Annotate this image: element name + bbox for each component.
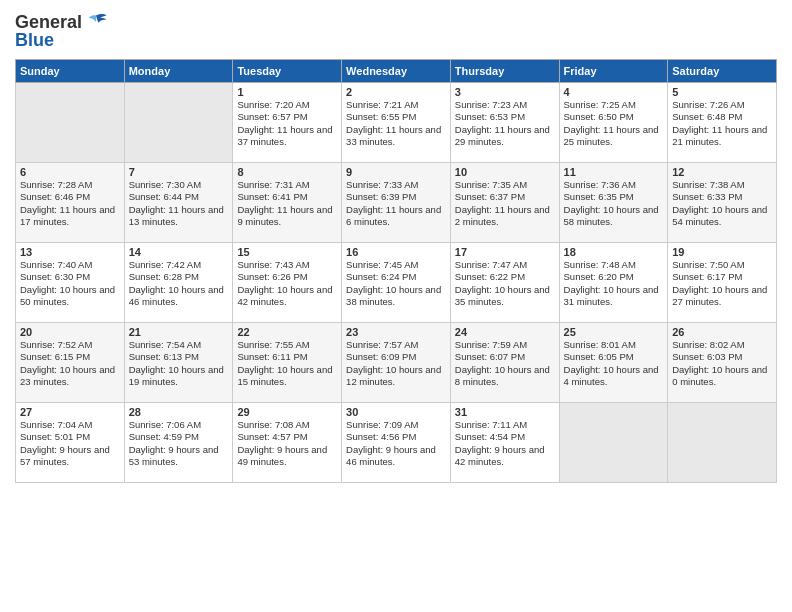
day-info: Sunset: 4:56 PM	[346, 431, 446, 443]
day-info: Sunrise: 7:48 AM	[564, 259, 664, 271]
logo: General Blue	[15, 10, 108, 51]
day-info: Daylight: 10 hours and 27 minutes.	[672, 284, 772, 309]
day-info: Sunset: 6:53 PM	[455, 111, 555, 123]
calendar-cell: 9Sunrise: 7:33 AMSunset: 6:39 PMDaylight…	[342, 163, 451, 243]
day-info: Daylight: 10 hours and 23 minutes.	[20, 364, 120, 389]
week-row-4: 20Sunrise: 7:52 AMSunset: 6:15 PMDayligh…	[16, 323, 777, 403]
day-info: Daylight: 11 hours and 21 minutes.	[672, 124, 772, 149]
day-number: 9	[346, 166, 446, 178]
day-info: Sunset: 6:57 PM	[237, 111, 337, 123]
day-info: Sunset: 6:26 PM	[237, 271, 337, 283]
day-info: Daylight: 10 hours and 38 minutes.	[346, 284, 446, 309]
day-info: Sunrise: 7:43 AM	[237, 259, 337, 271]
day-info: Sunrise: 7:35 AM	[455, 179, 555, 191]
calendar-cell: 20Sunrise: 7:52 AMSunset: 6:15 PMDayligh…	[16, 323, 125, 403]
logo-bird-icon	[84, 10, 108, 34]
day-info: Sunset: 6:24 PM	[346, 271, 446, 283]
calendar-cell: 30Sunrise: 7:09 AMSunset: 4:56 PMDayligh…	[342, 403, 451, 483]
day-number: 2	[346, 86, 446, 98]
header-cell-saturday: Saturday	[668, 60, 777, 83]
day-info: Sunrise: 7:25 AM	[564, 99, 664, 111]
day-info: Sunset: 6:07 PM	[455, 351, 555, 363]
day-number: 7	[129, 166, 229, 178]
calendar-cell	[16, 83, 125, 163]
day-number: 6	[20, 166, 120, 178]
day-info: Daylight: 10 hours and 35 minutes.	[455, 284, 555, 309]
day-number: 31	[455, 406, 555, 418]
day-info: Daylight: 10 hours and 42 minutes.	[237, 284, 337, 309]
day-info: Sunset: 6:48 PM	[672, 111, 772, 123]
day-info: Sunrise: 7:54 AM	[129, 339, 229, 351]
day-info: Sunset: 6:39 PM	[346, 191, 446, 203]
day-number: 23	[346, 326, 446, 338]
calendar-cell: 6Sunrise: 7:28 AMSunset: 6:46 PMDaylight…	[16, 163, 125, 243]
day-info: Sunrise: 7:36 AM	[564, 179, 664, 191]
calendar-cell: 19Sunrise: 7:50 AMSunset: 6:17 PMDayligh…	[668, 243, 777, 323]
day-number: 17	[455, 246, 555, 258]
calendar-cell: 17Sunrise: 7:47 AMSunset: 6:22 PMDayligh…	[450, 243, 559, 323]
calendar-cell: 8Sunrise: 7:31 AMSunset: 6:41 PMDaylight…	[233, 163, 342, 243]
day-info: Sunrise: 8:01 AM	[564, 339, 664, 351]
day-info: Sunset: 6:05 PM	[564, 351, 664, 363]
day-info: Daylight: 11 hours and 9 minutes.	[237, 204, 337, 229]
day-info: Sunrise: 7:33 AM	[346, 179, 446, 191]
day-info: Sunset: 6:50 PM	[564, 111, 664, 123]
day-info: Daylight: 9 hours and 57 minutes.	[20, 444, 120, 469]
day-number: 29	[237, 406, 337, 418]
calendar-cell: 27Sunrise: 7:04 AMSunset: 5:01 PMDayligh…	[16, 403, 125, 483]
day-number: 16	[346, 246, 446, 258]
calendar-cell: 24Sunrise: 7:59 AMSunset: 6:07 PMDayligh…	[450, 323, 559, 403]
calendar-cell	[668, 403, 777, 483]
day-info: Daylight: 11 hours and 6 minutes.	[346, 204, 446, 229]
day-number: 11	[564, 166, 664, 178]
calendar-cell: 12Sunrise: 7:38 AMSunset: 6:33 PMDayligh…	[668, 163, 777, 243]
day-info: Sunrise: 7:31 AM	[237, 179, 337, 191]
day-info: Sunset: 6:11 PM	[237, 351, 337, 363]
day-info: Sunset: 6:37 PM	[455, 191, 555, 203]
day-info: Sunset: 6:15 PM	[20, 351, 120, 363]
day-info: Sunset: 6:35 PM	[564, 191, 664, 203]
day-info: Sunset: 6:33 PM	[672, 191, 772, 203]
header-cell-thursday: Thursday	[450, 60, 559, 83]
day-info: Sunrise: 7:38 AM	[672, 179, 772, 191]
day-info: Daylight: 9 hours and 46 minutes.	[346, 444, 446, 469]
day-number: 24	[455, 326, 555, 338]
day-info: Sunset: 4:57 PM	[237, 431, 337, 443]
day-number: 4	[564, 86, 664, 98]
calendar-cell: 16Sunrise: 7:45 AMSunset: 6:24 PMDayligh…	[342, 243, 451, 323]
day-info: Daylight: 10 hours and 12 minutes.	[346, 364, 446, 389]
week-row-2: 6Sunrise: 7:28 AMSunset: 6:46 PMDaylight…	[16, 163, 777, 243]
header-cell-tuesday: Tuesday	[233, 60, 342, 83]
calendar-table: SundayMondayTuesdayWednesdayThursdayFrid…	[15, 59, 777, 483]
day-info: Sunrise: 7:20 AM	[237, 99, 337, 111]
day-info: Sunrise: 7:50 AM	[672, 259, 772, 271]
week-row-3: 13Sunrise: 7:40 AMSunset: 6:30 PMDayligh…	[16, 243, 777, 323]
calendar-cell	[124, 83, 233, 163]
day-info: Daylight: 9 hours and 49 minutes.	[237, 444, 337, 469]
header-cell-friday: Friday	[559, 60, 668, 83]
calendar-cell: 4Sunrise: 7:25 AMSunset: 6:50 PMDaylight…	[559, 83, 668, 163]
calendar-cell: 31Sunrise: 7:11 AMSunset: 4:54 PMDayligh…	[450, 403, 559, 483]
day-info: Sunset: 4:59 PM	[129, 431, 229, 443]
header-cell-wednesday: Wednesday	[342, 60, 451, 83]
calendar-cell: 26Sunrise: 8:02 AMSunset: 6:03 PMDayligh…	[668, 323, 777, 403]
day-info: Daylight: 11 hours and 25 minutes.	[564, 124, 664, 149]
day-info: Sunrise: 7:40 AM	[20, 259, 120, 271]
day-info: Daylight: 10 hours and 19 minutes.	[129, 364, 229, 389]
calendar-cell: 14Sunrise: 7:42 AMSunset: 6:28 PMDayligh…	[124, 243, 233, 323]
day-info: Sunset: 6:44 PM	[129, 191, 229, 203]
calendar-cell: 15Sunrise: 7:43 AMSunset: 6:26 PMDayligh…	[233, 243, 342, 323]
day-info: Daylight: 10 hours and 8 minutes.	[455, 364, 555, 389]
calendar-cell: 10Sunrise: 7:35 AMSunset: 6:37 PMDayligh…	[450, 163, 559, 243]
day-number: 25	[564, 326, 664, 338]
calendar-cell: 13Sunrise: 7:40 AMSunset: 6:30 PMDayligh…	[16, 243, 125, 323]
day-info: Sunset: 6:17 PM	[672, 271, 772, 283]
day-number: 14	[129, 246, 229, 258]
day-info: Sunset: 6:03 PM	[672, 351, 772, 363]
day-info: Daylight: 10 hours and 15 minutes.	[237, 364, 337, 389]
day-number: 10	[455, 166, 555, 178]
day-info: Daylight: 10 hours and 54 minutes.	[672, 204, 772, 229]
calendar-cell: 7Sunrise: 7:30 AMSunset: 6:44 PMDaylight…	[124, 163, 233, 243]
day-info: Sunrise: 7:09 AM	[346, 419, 446, 431]
day-number: 28	[129, 406, 229, 418]
